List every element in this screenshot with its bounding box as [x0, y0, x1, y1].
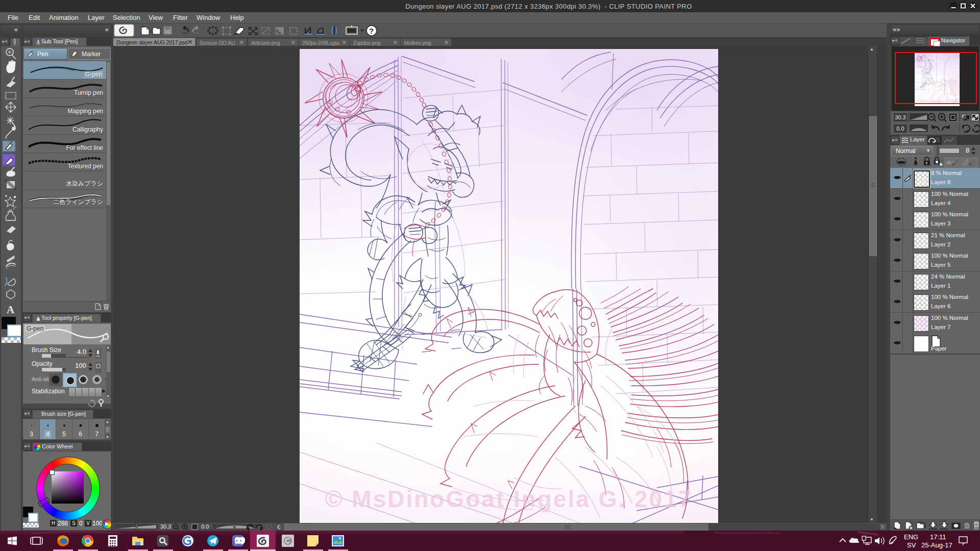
svg-text:25-Aug-17: 25-Aug-17 — [921, 541, 952, 549]
svg-text:17:11: 17:11 — [930, 533, 946, 541]
svg-text:30.3: 30.3 — [160, 523, 171, 530]
svg-text:A: A — [7, 304, 15, 316]
svg-text:?: ? — [369, 27, 374, 35]
svg-text:0.0: 0.0 — [201, 523, 209, 530]
svg-text:SV: SV — [907, 541, 916, 549]
svg-text:ENG: ENG — [904, 533, 918, 541]
